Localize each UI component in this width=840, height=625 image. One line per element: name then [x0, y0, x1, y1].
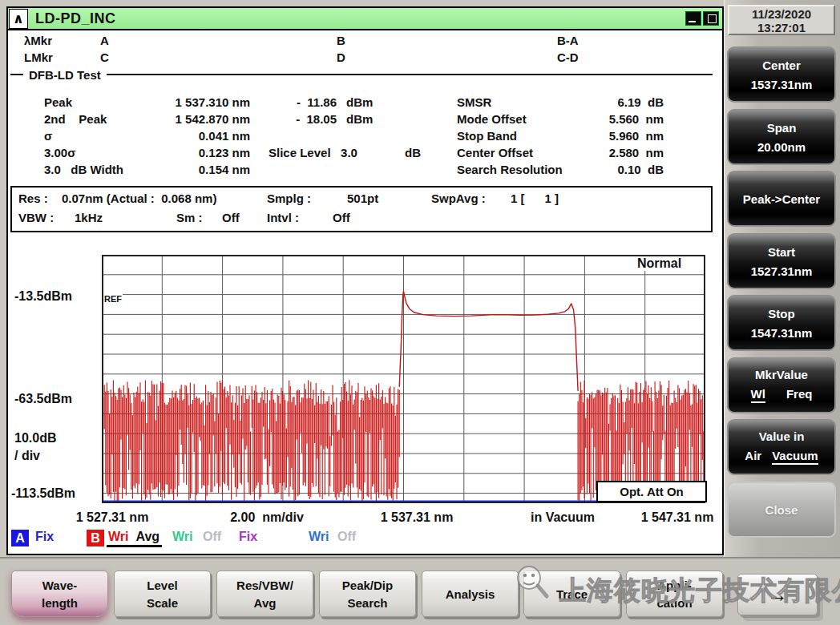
softkey-label: Peak->Center [729, 192, 834, 206]
analysis-section-header: DFB-LD Test [10, 67, 713, 82]
trace-b-badge[interactable]: B [87, 530, 104, 546]
datetime-display: 11/23/2020 13:27:01 [728, 5, 835, 35]
function-key-label: length [42, 596, 78, 610]
x-axis-stop-label: 1 547.31 nm [641, 510, 714, 525]
minimize-icon [689, 21, 696, 22]
analysis-wavelength-value: 1 542.870 nm [128, 112, 250, 126]
function-key-label: → [767, 583, 788, 607]
softkey-label: Span [729, 121, 834, 135]
wavelength-marker-row: λMkr A B B-A [0, 34, 714, 50]
trace-a-mode[interactable]: Fix [35, 530, 54, 544]
softkey-value-in[interactable]: Value inAirVacuum [727, 419, 836, 475]
minimize-button[interactable] [685, 11, 701, 26]
analysis-wavelength-value: 0.154 nm [128, 163, 250, 176]
softkey-value: AirVacuum [729, 449, 834, 465]
softkey-option: 1547.31nm [751, 326, 813, 340]
analysis-label: Stop Band [457, 129, 517, 143]
x-axis-scale-label: 2.00 nm/div [230, 510, 304, 525]
softkey-close[interactable]: Close [727, 482, 836, 538]
function-key-trace[interactable]: Trace [523, 571, 620, 617]
function-key-application[interactable]: Appli-cation [626, 571, 723, 617]
maximize-button[interactable] [703, 11, 719, 26]
time-text: 13:27:01 [729, 21, 834, 34]
softkey-span[interactable]: Span20.00nm [727, 109, 836, 165]
function-key-wavelength[interactable]: Wave-length [11, 571, 108, 617]
analysis-result-row: Peak1 537.310 nm- 11.86dBmSMSR6.19 dB [0, 95, 714, 111]
function-key-peak-dip-search[interactable]: Peak/DipSearch [319, 571, 416, 617]
rule-line [107, 74, 713, 75]
softkey-option: Air [745, 449, 761, 465]
marker-c-d-label: C-D [557, 50, 579, 64]
trace-c-mode[interactable]: Wri [172, 530, 192, 544]
softkey-selected-option: Vacuum [772, 449, 818, 465]
softkey-start[interactable]: Start1527.31nm [727, 233, 836, 289]
analysis-level-value: Slice Level 3.0 [269, 146, 357, 159]
analysis-label: Center Offset [457, 146, 533, 159]
function-key-label: Trace [556, 587, 588, 601]
analysis-wavelength-value: 0.123 nm [128, 146, 250, 159]
setting-value: 501pt [347, 192, 378, 205]
setting-value: 1 [ 1 ] [511, 192, 559, 205]
softkey-label: Start [729, 245, 834, 259]
analysis-result-row: 3.0 dB Width0.154 nmSearch Resolution0.1… [0, 163, 714, 179]
analysis-label: 2nd Peak [44, 112, 107, 126]
softkey-option: 1537.31nm [751, 78, 813, 91]
y-axis-ref-label: -13.5dBm [14, 289, 72, 304]
trace-a-badge[interactable]: A [11, 530, 29, 546]
optical-att-badge: Opt. Att On [596, 481, 707, 502]
softkey-label: Center [729, 58, 834, 72]
softkey-mkr-value[interactable]: MkrValueWlFreq [727, 357, 836, 413]
softkey-value: WlFreq [729, 387, 834, 403]
trace-d-mode[interactable]: Fix [239, 530, 257, 544]
function-key-analysis[interactable]: Analysis [422, 571, 519, 617]
setting-value: 1kHz [75, 211, 103, 224]
analysis-label: 3.00σ [44, 146, 75, 159]
marker-d-label: D [337, 50, 345, 64]
function-key-label: Wave- [42, 579, 78, 592]
trace-b-spectrum [399, 292, 578, 391]
marker-row-label: λMkr [24, 34, 52, 47]
softkey-value: 1537.31nm [729, 78, 834, 91]
setting-key: SwpAvg : [431, 192, 486, 205]
trace-e-mode[interactable]: Wri [309, 530, 329, 544]
analysis-wavelength-value: 1 537.310 nm [128, 95, 250, 109]
setting-key: Intvl : [267, 211, 299, 224]
function-key-label: Level [147, 579, 177, 592]
analysis-label: 3.0 dB Width [44, 163, 123, 176]
softkey-label: MkrValue [729, 368, 834, 381]
softkey-stop[interactable]: Stop1547.31nm [727, 295, 836, 351]
softkey-value: 1547.31nm [729, 326, 834, 340]
trace-b-avg-label: Avg [135, 530, 160, 543]
marker-b-label: B [337, 34, 345, 47]
x-axis-center-label: 1 537.31 nm [381, 510, 454, 525]
trace-e-state: Off [337, 530, 356, 544]
setting-value: 0.07nm (Actual : 0.068 nm) [62, 192, 216, 205]
analysis-level-unit: dBm [346, 95, 373, 109]
function-key-label: Scale [147, 596, 178, 610]
analysis-value: 6.19 dB [525, 95, 664, 109]
analysis-wavelength-value: 0.041 nm [128, 129, 250, 143]
sweep-settings-box: Res :0.07nm (Actual : 0.068 nm)Smplg :50… [10, 186, 713, 232]
setting-key: Res : [18, 192, 48, 205]
analysis-label: σ [44, 129, 52, 143]
marker-b-a-label: B-A [557, 34, 579, 47]
y-axis-mid-label: -63.5dBm [14, 392, 72, 406]
display-mode-badge: Normal [633, 256, 685, 271]
softkey-peak-to-center[interactable]: Peak->Center [727, 171, 836, 227]
analysis-level-unit: dBm [346, 112, 373, 126]
softkey-center[interactable]: Center1537.31nm [727, 46, 836, 103]
function-key-more-arrow[interactable]: → [737, 574, 818, 615]
marker-c-label: C [100, 50, 109, 64]
function-key-level-scale[interactable]: LevelScale [114, 571, 211, 617]
analysis-result-row: 3.00σ0.123 nmSlice Level 3.0dBCenter Off… [0, 146, 714, 162]
function-key-label: Analysis [446, 587, 495, 601]
function-key-res-vbw-avg[interactable]: Res/VBW/Avg [216, 571, 313, 617]
x-axis-medium-label: in Vacuum [531, 510, 595, 525]
analysis-level-value: - 18.05 [265, 112, 337, 126]
setting-key: VBW : [18, 211, 54, 224]
analysis-label: SMSR [457, 95, 491, 109]
function-key-label: Avg [254, 596, 277, 610]
softkey-label: Value in [729, 429, 834, 443]
trace-b-mode[interactable]: WriAvg [107, 530, 162, 547]
function-key-label: Appli- [657, 579, 692, 592]
